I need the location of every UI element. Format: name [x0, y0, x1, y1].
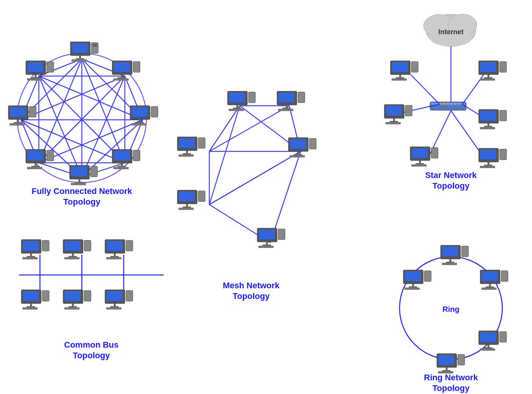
svg-rect-124	[263, 245, 271, 246]
svg-rect-138	[454, 103, 457, 105]
svg-rect-169	[484, 126, 492, 127]
svg-rect-229	[442, 246, 458, 256]
svg-rect-179	[480, 149, 496, 159]
svg-rect-125	[278, 229, 285, 240]
svg-rect-217	[72, 303, 74, 306]
svg-rect-231	[446, 262, 454, 263]
svg-rect-250	[458, 354, 465, 365]
svg-rect-107	[198, 138, 205, 148]
mesh-node-6	[257, 228, 285, 248]
svg-rect-50	[114, 151, 130, 160]
svg-rect-119	[198, 191, 205, 202]
svg-rect-51	[121, 163, 123, 166]
svg-rect-205	[114, 253, 116, 256]
svg-rect-52	[118, 166, 126, 167]
svg-rect-118	[183, 207, 191, 208]
bus-node-top3	[105, 240, 133, 259]
svg-rect-156	[487, 75, 489, 77]
bus-node-bot3	[105, 290, 133, 310]
svg-rect-54	[113, 167, 129, 169]
svg-rect-237	[486, 286, 494, 288]
svg-rect-199	[72, 253, 74, 256]
svg-rect-116	[179, 191, 195, 201]
svg-rect-193	[30, 253, 32, 256]
svg-rect-100	[282, 108, 291, 109]
svg-rect-123	[266, 242, 268, 245]
svg-rect-167	[480, 111, 496, 121]
svg-rect-53	[133, 150, 140, 161]
svg-rect-137	[450, 103, 453, 105]
svg-rect-225	[126, 291, 133, 301]
svg-rect-102	[278, 109, 293, 111]
svg-rect-126	[258, 246, 274, 248]
bus-node-bot1	[21, 290, 49, 310]
svg-rect-236	[489, 284, 491, 286]
mesh-node-1	[228, 91, 255, 111]
star-node-bottomleft	[410, 147, 438, 167]
ring-node-top	[441, 245, 468, 265]
mesh-label2: Topology	[233, 291, 270, 301]
svg-rect-32	[76, 58, 84, 59]
svg-rect-164	[405, 105, 412, 116]
svg-rect-57	[78, 179, 80, 182]
ring-label: Ring Network	[424, 373, 478, 382]
svg-rect-204	[107, 241, 123, 251]
svg-rect-214	[22, 307, 38, 310]
star-label: Star Network	[425, 170, 477, 180]
svg-rect-207	[126, 240, 133, 251]
svg-rect-249	[442, 370, 451, 371]
mesh-node-5	[177, 190, 205, 210]
svg-rect-165	[385, 122, 401, 124]
svg-rect-244	[500, 332, 507, 342]
svg-rect-253	[405, 271, 421, 281]
svg-rect-106	[183, 153, 191, 154]
svg-rect-60	[71, 183, 86, 185]
fc-node-right	[130, 106, 158, 126]
bus-node-bot2	[63, 290, 91, 310]
svg-rect-201	[84, 240, 91, 251]
svg-rect-174	[419, 160, 421, 163]
svg-rect-162	[393, 118, 395, 121]
svg-rect-202	[64, 257, 80, 259]
svg-rect-41	[133, 62, 140, 72]
svg-rect-163	[390, 121, 398, 122]
svg-rect-192	[23, 241, 39, 251]
svg-rect-59	[91, 166, 97, 177]
ring-label2: Topology	[432, 383, 470, 393]
ring-node-topleft	[403, 270, 431, 290]
star-node-midright	[479, 110, 507, 129]
svg-rect-247	[438, 355, 454, 365]
svg-rect-182	[500, 149, 507, 160]
fc-node-bottomright	[112, 149, 140, 169]
svg-rect-40	[118, 77, 126, 78]
svg-rect-224	[110, 306, 119, 307]
svg-rect-93	[236, 105, 238, 108]
star-node-midleft	[384, 105, 412, 124]
svg-rect-62	[27, 151, 43, 160]
svg-rect-171	[480, 127, 495, 129]
svg-rect-96	[229, 109, 244, 111]
svg-rect-242	[487, 345, 489, 347]
svg-rect-105	[186, 151, 188, 153]
svg-rect-122	[259, 229, 275, 239]
svg-line-147	[451, 111, 481, 154]
svg-rect-161	[386, 106, 402, 116]
svg-rect-223	[114, 303, 116, 306]
fully-connected-label: Fully Connected Network	[32, 186, 132, 196]
svg-rect-149	[392, 62, 408, 72]
svg-rect-218	[68, 306, 77, 307]
svg-rect-77	[47, 62, 54, 72]
svg-rect-176	[431, 148, 438, 158]
svg-rect-104	[179, 138, 195, 148]
svg-rect-117	[186, 204, 188, 207]
svg-rect-132	[431, 103, 434, 105]
svg-rect-99	[286, 105, 288, 108]
svg-rect-36	[72, 59, 87, 62]
svg-rect-98	[279, 92, 295, 102]
svg-rect-150	[399, 75, 401, 77]
svg-rect-153	[392, 78, 407, 81]
svg-rect-195	[42, 240, 49, 251]
svg-rect-135	[443, 103, 446, 105]
svg-rect-39	[121, 75, 123, 77]
fc-node-top	[70, 42, 98, 62]
